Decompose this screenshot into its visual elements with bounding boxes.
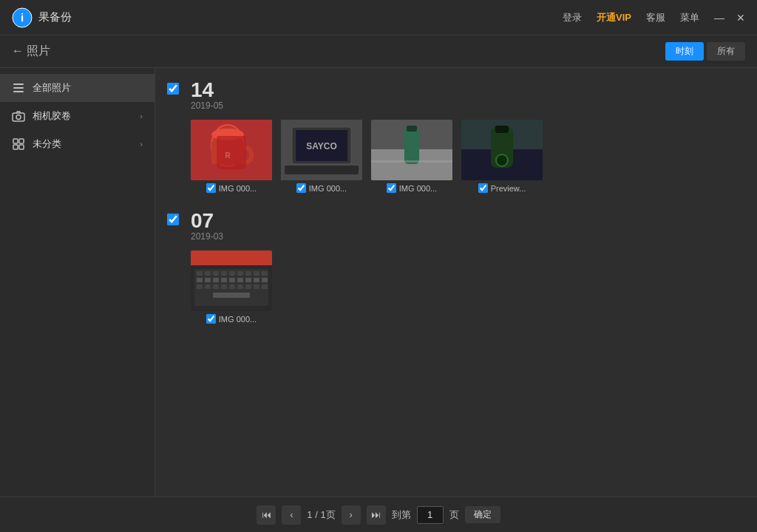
svg-point-30 <box>496 154 508 166</box>
photo-checkbox-p4[interactable] <box>478 183 488 193</box>
photo-label-row-p2: IMG 000... <box>296 183 347 193</box>
next-page-button[interactable]: › <box>342 505 361 525</box>
svg-point-6 <box>16 115 21 120</box>
sidebar-item-unclassified[interactable]: 未分类 › <box>0 130 155 158</box>
svg-rect-41 <box>254 271 259 276</box>
sidebar-item-camera-roll[interactable]: 相机胶卷 › <box>0 102 155 130</box>
svg-rect-8 <box>19 139 24 143</box>
content-area: 14 2019-05 R <box>155 68 757 497</box>
svg-rect-25 <box>371 160 452 163</box>
page-goto-input[interactable] <box>417 506 444 524</box>
svg-rect-36 <box>213 271 219 276</box>
photo-label-row-p1: IMG 000... <box>206 183 257 193</box>
view-moment-button[interactable]: 时刻 <box>665 42 704 61</box>
photo-checkbox-p5[interactable] <box>206 314 216 324</box>
svg-rect-5 <box>13 113 24 121</box>
sidebar-item-unclassified-label: 未分类 <box>33 137 132 151</box>
chevron-right-icon-2: › <box>140 140 143 149</box>
svg-rect-43 <box>197 278 203 282</box>
svg-rect-50 <box>254 278 259 282</box>
view-toggle: 时刻 所有 <box>665 42 745 61</box>
photo-img-p2: SAYCO <box>281 120 362 180</box>
page-info: 1 / 1页 <box>307 508 335 522</box>
svg-text:i: i <box>21 11 24 24</box>
svg-rect-51 <box>262 278 268 282</box>
window-controls: — ✕ <box>714 13 745 23</box>
photo-name-p2: IMG 000... <box>309 184 347 193</box>
titlebar: i 果备份 登录 开通VIP 客服 菜单 — ✕ <box>0 0 757 35</box>
page-confirm-button[interactable]: 确定 <box>465 506 500 523</box>
sidebar-item-all-photos[interactable]: 全部照片 <box>0 74 155 102</box>
svg-rect-47 <box>229 278 235 282</box>
photo-item-p3: IMG 000... <box>371 120 452 193</box>
svg-rect-44 <box>205 278 211 282</box>
photo-name-p1: IMG 000... <box>219 184 257 193</box>
group-checkbox-2019-03[interactable] <box>167 214 179 225</box>
photos-grid-2019-05: R IMG 000... <box>191 120 745 193</box>
svg-rect-52 <box>197 284 203 289</box>
group-checkbox-2019-05[interactable] <box>167 83 179 95</box>
sidebar: 全部照片 相机胶卷 › 未分类 › <box>0 68 155 497</box>
photo-thumb-p4[interactable] <box>461 120 543 180</box>
last-page-button[interactable]: ⏭ <box>367 505 386 525</box>
svg-rect-4 <box>13 91 24 92</box>
svg-rect-61 <box>213 293 250 298</box>
photo-img-p4 <box>461 120 543 180</box>
back-button[interactable]: ← 照片 <box>12 44 50 59</box>
svg-rect-49 <box>245 278 251 282</box>
support-button[interactable]: 客服 <box>646 11 665 24</box>
group-month-2019-05: 2019-05 <box>191 100 223 111</box>
photo-group-2019-03: 07 2019-03 <box>167 211 745 324</box>
svg-rect-35 <box>205 271 211 276</box>
svg-rect-29 <box>495 126 509 133</box>
vip-button[interactable]: 开通VIP <box>597 11 631 24</box>
svg-rect-38 <box>229 271 235 276</box>
photo-label-row-p3: IMG 000... <box>387 183 437 193</box>
photo-item-p5: IMG 000... <box>191 250 272 324</box>
photo-thumb-p3[interactable] <box>371 120 452 180</box>
photo-group-2019-05: 14 2019-05 R <box>167 80 745 193</box>
camera-icon <box>12 109 25 123</box>
svg-rect-2 <box>13 83 24 85</box>
svg-rect-3 <box>13 87 24 89</box>
group-date-info-2019-05: 14 2019-05 <box>191 80 223 111</box>
photo-img-p5 <box>191 250 272 311</box>
group-day-2019-03: 07 <box>191 211 223 231</box>
svg-rect-32 <box>191 250 272 265</box>
first-page-button[interactable]: ⏮ <box>257 505 276 525</box>
photo-checkbox-p1[interactable] <box>206 183 216 193</box>
view-all-button[interactable]: 所有 <box>707 42 745 61</box>
photo-img-p3 <box>371 120 452 180</box>
svg-rect-20 <box>285 166 359 174</box>
photo-img-p1: R <box>191 120 272 180</box>
photo-checkbox-p3[interactable] <box>387 183 396 193</box>
login-button[interactable]: 登录 <box>563 11 582 24</box>
svg-rect-46 <box>221 278 227 282</box>
svg-rect-24 <box>407 126 417 132</box>
svg-rect-59 <box>254 284 259 289</box>
photo-label-row-p4: Preview... <box>478 183 526 193</box>
svg-rect-39 <box>237 271 243 276</box>
menu-button[interactable]: 菜单 <box>680 11 699 24</box>
svg-rect-48 <box>237 278 243 282</box>
photo-name-p5: IMG 000... <box>219 315 257 324</box>
group-day-2019-05: 14 <box>191 80 223 100</box>
svg-rect-9 <box>13 145 18 149</box>
svg-rect-42 <box>262 271 268 276</box>
close-button[interactable]: ✕ <box>736 13 745 23</box>
sidebar-item-camera-roll-label: 相机胶卷 <box>33 109 132 123</box>
photo-item-p2: SAYCO IMG 000... <box>281 120 362 193</box>
main-layout: 全部照片 相机胶卷 › 未分类 › <box>0 68 757 497</box>
svg-rect-56 <box>229 284 235 289</box>
svg-text:SAYCO: SAYCO <box>306 141 337 151</box>
prev-page-button[interactable]: ‹ <box>282 505 301 525</box>
svg-rect-10 <box>19 145 24 149</box>
photo-thumb-p1[interactable]: R <box>191 120 272 180</box>
photo-thumb-p5[interactable] <box>191 250 272 311</box>
svg-rect-57 <box>237 284 243 289</box>
minimize-button[interactable]: — <box>714 13 724 23</box>
svg-point-13 <box>211 129 244 140</box>
chevron-right-icon: › <box>140 112 143 120</box>
photo-checkbox-p2[interactable] <box>296 183 306 193</box>
photo-thumb-p2[interactable]: SAYCO <box>281 120 362 180</box>
